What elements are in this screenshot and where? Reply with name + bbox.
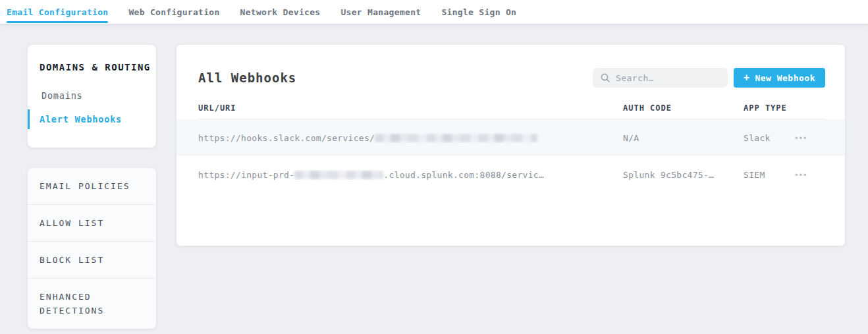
column-header-url: URL/URI: [198, 103, 623, 113]
new-webhook-button[interactable]: + New Webhook: [734, 68, 825, 88]
sidebar-item-email-policies[interactable]: EMAIL POLICIES: [28, 168, 156, 205]
search-input[interactable]: [616, 73, 720, 83]
sidebar-item-allow-list[interactable]: ALLOW LIST: [28, 205, 156, 242]
main-column: All Webhooks + New Webhook URL/URI AUTH …: [176, 45, 845, 329]
sidebar-item-block-list[interactable]: BLOCK LIST: [28, 242, 156, 279]
column-header-app-type: APP TYPE: [744, 103, 795, 113]
all-webhooks-panel: All Webhooks + New Webhook URL/URI AUTH …: [176, 45, 845, 246]
tab-single-sign-on[interactable]: Single Sign On: [441, 0, 516, 24]
table-row[interactable]: https://hooks.slack.com/services/ N/A Sl…: [176, 119, 845, 156]
redacted-url-segment: [294, 171, 383, 179]
app-type-cell: Slack: [744, 133, 795, 143]
redacted-url-segment: [375, 134, 537, 142]
column-header-menu: [795, 103, 825, 113]
search-box[interactable]: [593, 68, 728, 88]
table-header-row: URL/URI AUTH CODE APP TYPE: [198, 103, 825, 119]
app-type-cell: SIEM: [744, 170, 795, 180]
panel-header: All Webhooks + New Webhook: [198, 45, 825, 88]
page-content: DOMAINS & ROUTING Domains Alert Webhooks…: [0, 24, 868, 329]
tab-web-configuration[interactable]: Web Configuration: [128, 0, 219, 24]
tab-email-configuration[interactable]: Email Configuration: [7, 0, 108, 24]
sidebar-item-enhanced-detections[interactable]: ENHANCED DETECTIONS: [28, 279, 156, 329]
tab-user-management[interactable]: User Management: [340, 0, 421, 24]
sidebar: DOMAINS & ROUTING Domains Alert Webhooks…: [28, 45, 156, 329]
auth-code-cell: N/A: [623, 133, 744, 143]
page-title: All Webhooks: [198, 70, 593, 85]
domains-routing-card: DOMAINS & ROUTING Domains Alert Webhooks: [28, 45, 156, 148]
domains-routing-title: DOMAINS & ROUTING: [28, 62, 156, 72]
row-menu-button[interactable]: •••: [795, 168, 808, 182]
sidebar-item-domains[interactable]: Domains: [28, 86, 156, 105]
sidebar-item-alert-webhooks[interactable]: Alert Webhooks: [28, 109, 156, 129]
new-webhook-label: New Webhook: [755, 73, 815, 83]
row-menu-button[interactable]: •••: [795, 131, 808, 145]
policy-sections-card: EMAIL POLICIES ALLOW LIST BLOCK LIST ENH…: [28, 168, 156, 329]
column-header-auth-code: AUTH CODE: [623, 103, 744, 113]
webhook-url-cell: https://hooks.slack.com/services/: [198, 133, 623, 143]
table-row[interactable]: https://input-prd-.cloud.splunk.com:8088…: [198, 156, 825, 193]
search-icon: [601, 73, 610, 82]
auth-code-cell: Splunk 9c5bc475-…: [623, 170, 744, 180]
top-navigation: Email Configuration Web Configuration Ne…: [0, 0, 868, 24]
plus-icon: +: [744, 72, 750, 84]
webhook-url-cell: https://input-prd-.cloud.splunk.com:8088…: [198, 170, 623, 180]
tab-network-devices[interactable]: Network Devices: [240, 0, 321, 24]
